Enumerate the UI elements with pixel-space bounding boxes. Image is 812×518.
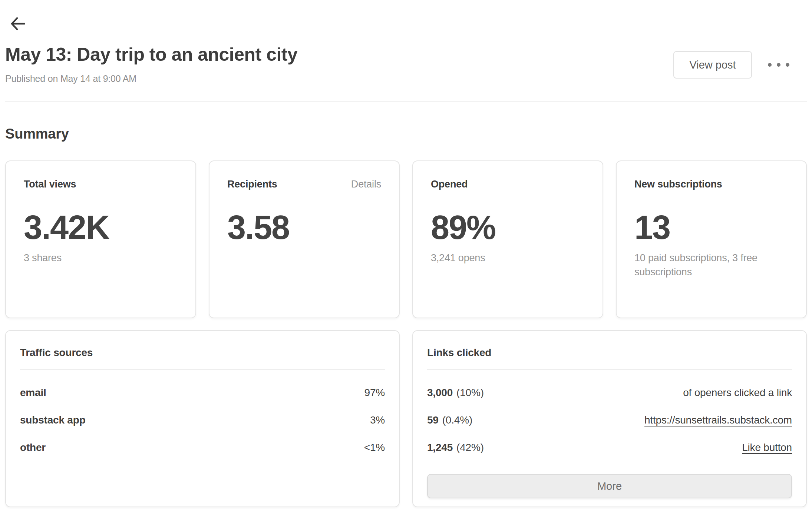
card-title: Recipients: [227, 178, 277, 190]
link-click-pct: (42%): [456, 441, 484, 454]
traffic-source-label: email: [20, 386, 46, 399]
header-actions: View post: [673, 51, 792, 79]
summary-cards: Total views 3.42K 3 shares Recipients De…: [5, 160, 807, 318]
header-divider: [5, 102, 807, 102]
link-click-count: 3,000: [427, 386, 453, 399]
post-menu-button[interactable]: [768, 51, 792, 79]
traffic-source-value: 97%: [364, 386, 385, 399]
traffic-source-label: substack app: [20, 414, 86, 426]
card-opened: Opened 89% 3,241 opens: [412, 160, 603, 318]
recipients-details-link[interactable]: Details: [351, 178, 381, 190]
card-recipients: Recipients Details 3.58: [209, 160, 400, 318]
opened-subtitle: 3,241 opens: [431, 251, 585, 265]
arrow-left-icon: [10, 17, 25, 30]
opened-value: 89%: [431, 209, 585, 246]
traffic-row-email: email 97%: [20, 386, 385, 399]
traffic-sources-title: Traffic sources: [20, 346, 385, 359]
view-post-button[interactable]: View post: [673, 51, 752, 79]
links-clicked-title: Links clicked: [427, 346, 792, 359]
card-links-clicked: Links clicked 3,000 (10%) of openers cli…: [412, 330, 807, 507]
traffic-source-label: other: [20, 441, 46, 454]
card-divider: [20, 369, 385, 370]
card-total-views: Total views 3.42K 3 shares: [5, 160, 196, 318]
more-button[interactable]: More: [427, 474, 792, 498]
link-click-pct: (10%): [456, 386, 484, 399]
link-target-like-button[interactable]: Like button: [742, 441, 792, 454]
ellipsis-icon: [768, 63, 792, 67]
card-title: Total views: [24, 178, 76, 190]
link-click-count: 59: [427, 414, 439, 426]
summary-heading: Summary: [5, 126, 807, 142]
post-stats-page: View post May 13: Day trip to an ancient…: [0, 16, 812, 518]
card-title: New subscriptions: [634, 178, 722, 190]
traffic-source-value: 3%: [370, 414, 385, 426]
traffic-row-other: other <1%: [20, 441, 385, 454]
traffic-source-value: <1%: [364, 441, 385, 454]
total-views-subtitle: 3 shares: [24, 251, 178, 265]
links-row-url: 59 (0.4%) https://sunsettrails.substack.…: [427, 414, 792, 426]
links-row-like-button: 1,245 (42%) Like button: [427, 441, 792, 454]
new-subscriptions-subtitle: 10 paid subscriptions, 3 free subscripti…: [634, 251, 788, 279]
link-click-count: 1,245: [427, 441, 453, 454]
card-new-subscriptions: New subscriptions 13 10 paid subscriptio…: [616, 160, 807, 318]
traffic-row-substack-app: substack app 3%: [20, 414, 385, 426]
link-target-url[interactable]: https://sunsettrails.substack.com: [644, 414, 792, 426]
link-target-text: of openers clicked a link: [683, 386, 792, 399]
detail-cards: Traffic sources email 97% substack app 3…: [5, 330, 807, 507]
back-button[interactable]: [10, 16, 28, 31]
links-row-openers: 3,000 (10%) of openers clicked a link: [427, 386, 792, 399]
more-button-label: More: [597, 480, 622, 492]
card-traffic-sources: Traffic sources email 97% substack app 3…: [5, 330, 400, 507]
recipients-value: 3.58: [227, 209, 381, 246]
view-post-label: View post: [689, 59, 736, 71]
new-subscriptions-value: 13: [634, 209, 788, 246]
card-divider: [427, 369, 792, 370]
total-views-value: 3.42K: [24, 209, 178, 246]
link-click-pct: (0.4%): [442, 414, 472, 426]
card-title: Opened: [431, 178, 468, 190]
